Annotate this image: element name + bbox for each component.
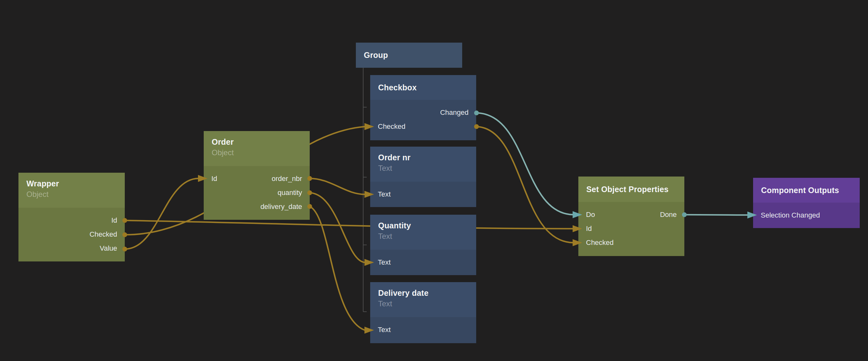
- node-checkbox-ports: Changed Checked: [370, 100, 476, 140]
- port-label: quantity: [278, 189, 302, 197]
- node-subtitle: Text: [378, 164, 476, 173]
- port-label: Changed: [440, 108, 468, 117]
- port-row-checked[interactable]: Checked: [578, 236, 684, 250]
- port-label: Id: [586, 225, 592, 233]
- node-order-header: Order Object: [204, 131, 310, 166]
- node-wrapper-header: Wrapper Object: [19, 173, 125, 208]
- node-title: Checkbox: [378, 83, 417, 92]
- port-label: Id: [112, 216, 117, 225]
- port-label: Checked: [586, 238, 614, 247]
- node-order-nr-header: Order nr Text: [370, 146, 476, 182]
- node-subtitle: Object: [26, 190, 125, 199]
- port-row-deliverydate[interactable]: delivery_date: [204, 200, 310, 214]
- node-title: Set Object Properties: [586, 185, 669, 194]
- port-label: order_nbr: [272, 175, 302, 183]
- port-row-text[interactable]: Text: [370, 187, 476, 201]
- node-sop-header: Set Object Properties: [578, 176, 684, 202]
- node-order[interactable]: Order Object Id order_nbr quantity deliv…: [204, 131, 310, 220]
- node-order-nr[interactable]: Order nr Text Text: [370, 146, 476, 207]
- wire-wrapper-id-to-sop-id[interactable]: [125, 221, 573, 229]
- port-label: Checked: [89, 230, 117, 238]
- port-row-text[interactable]: Text: [370, 323, 476, 337]
- port-row-do-done[interactable]: Do Done: [578, 208, 684, 222]
- node-delivery-date[interactable]: Delivery date Text Text: [370, 282, 476, 343]
- node-set-object-properties[interactable]: Set Object Properties Do Done Id Checked: [578, 176, 684, 256]
- node-checkbox-header: Checkbox: [370, 75, 476, 100]
- wire-checkbox-checked-to-sop-checked[interactable]: [476, 127, 573, 243]
- node-title: Wrapper: [26, 179, 125, 188]
- port-label: Do: [586, 210, 595, 219]
- port-label: delivery_date: [260, 203, 302, 211]
- node-order-ports: Id order_nbr quantity delivery_date: [204, 166, 310, 220]
- node-quantity-header: Quantity Text: [370, 215, 476, 250]
- wire-order-quantity-to-quantity-text[interactable]: [310, 193, 365, 262]
- port-row-checked[interactable]: Checked: [19, 227, 125, 241]
- node-subtitle: Text: [378, 232, 476, 241]
- node-quantity-ports: Text: [370, 250, 476, 275]
- node-sop-ports: Do Done Id Checked: [578, 202, 684, 256]
- node-subtitle: Text: [378, 299, 476, 308]
- port-label: Text: [378, 326, 391, 334]
- port-row-id[interactable]: Id: [578, 222, 684, 236]
- group-tree-line: [363, 68, 367, 312]
- wire-checkbox-changed-to-sop-do[interactable]: [476, 113, 573, 215]
- port-row-changed[interactable]: Changed: [370, 106, 476, 120]
- node-component-outputs-header: Component Outputs: [753, 178, 860, 203]
- node-delivery-date-header: Delivery date Text: [370, 282, 476, 317]
- wire-order-ordernbr-to-ordernr-text[interactable]: [310, 178, 365, 194]
- node-component-outputs[interactable]: Component Outputs Selection Changed: [753, 178, 860, 228]
- node-title: Order: [212, 137, 310, 146]
- node-title: Quantity: [378, 221, 476, 230]
- port-label: Text: [378, 258, 391, 266]
- port-label: Id: [211, 175, 217, 183]
- node-graph-canvas[interactable]: Wrapper Object Id Checked Value Order Ob…: [0, 0, 868, 361]
- node-title: Component Outputs: [761, 186, 839, 195]
- port-row-id[interactable]: Id: [19, 214, 125, 227]
- node-wrapper-ports: Id Checked Value: [19, 208, 125, 261]
- port-label: Checked: [378, 123, 405, 131]
- port-label: Value: [100, 244, 117, 253]
- node-delivery-date-ports: Text: [370, 317, 476, 343]
- port-label: Done: [660, 210, 677, 219]
- node-component-outputs-ports: Selection Changed: [753, 203, 860, 228]
- port-row-text[interactable]: Text: [370, 255, 476, 269]
- node-checkbox[interactable]: Checkbox Changed Checked: [370, 75, 476, 140]
- node-title: Delivery date: [378, 289, 476, 298]
- node-title: Group: [364, 51, 388, 60]
- port-row-selection-changed[interactable]: Selection Changed: [753, 208, 860, 222]
- node-title: Order nr: [378, 153, 476, 162]
- node-subtitle: Object: [212, 148, 310, 157]
- port-label: Text: [378, 190, 391, 198]
- port-row-value[interactable]: Value: [19, 241, 125, 255]
- node-group[interactable]: Group: [356, 43, 462, 68]
- node-quantity[interactable]: Quantity Text Text: [370, 215, 476, 275]
- wire-wrapper-value-to-order-id[interactable]: [125, 178, 198, 249]
- port-row-quantity[interactable]: quantity: [204, 186, 310, 200]
- port-row-checked[interactable]: Checked: [370, 120, 476, 134]
- port-label: Selection Changed: [761, 211, 820, 220]
- node-wrapper[interactable]: Wrapper Object Id Checked Value: [19, 173, 125, 261]
- node-order-nr-ports: Text: [370, 182, 476, 207]
- port-row-id-ordernbr[interactable]: Id order_nbr: [204, 172, 310, 186]
